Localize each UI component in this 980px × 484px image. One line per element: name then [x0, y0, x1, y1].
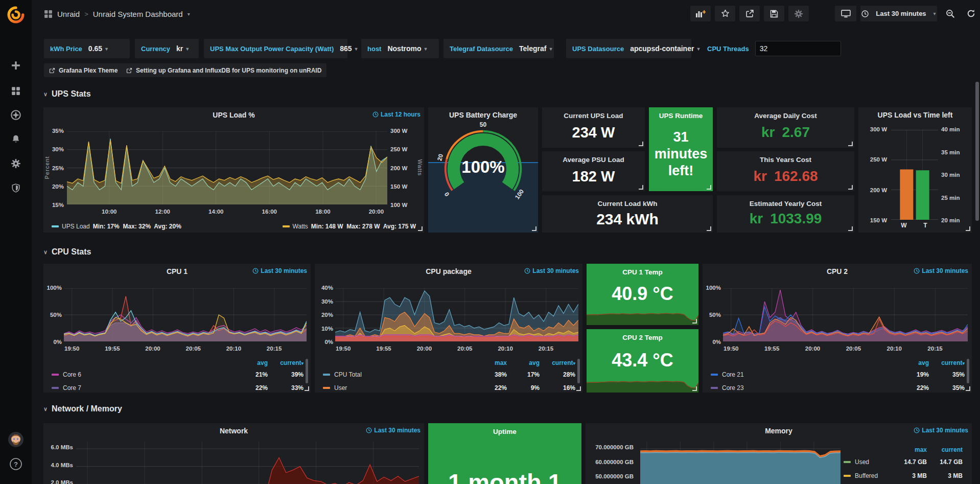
legend-value: 28% [540, 371, 575, 378]
legend-value: 33% [268, 384, 304, 391]
sidebar-item-explore[interactable] [0, 105, 32, 125]
variable-host[interactable]: host Nostromo▾ [361, 39, 439, 58]
legend-value: 17% [507, 371, 540, 378]
legend-header-current[interactable]: current▾ [540, 359, 575, 366]
variable-value[interactable]: 865▾ [340, 44, 357, 53]
variable-value[interactable]: Nostromo▾ [387, 44, 427, 53]
tick-label: 25 min [941, 195, 970, 201]
zoom-out-button[interactable] [941, 6, 960, 21]
user-avatar[interactable] [0, 429, 32, 450]
share-dashboard-button[interactable] [739, 6, 760, 21]
breadcrumb-root[interactable]: Unraid [57, 10, 80, 18]
stat-title[interactable]: Average Daily Cost [717, 112, 854, 120]
stat-title[interactable]: CPU 1 Temp [587, 268, 698, 276]
panel-time-info[interactable]: Last 12 hours [372, 111, 421, 118]
legend-header-avg[interactable]: avg [896, 359, 929, 366]
svg-text:0: 0 [443, 191, 451, 198]
legend-row: Core 21 19% 35% [711, 368, 965, 381]
sidebar-item-dashboards[interactable] [0, 81, 32, 101]
variable-kwh-price[interactable]: kWh Price 0.65▾ [44, 39, 130, 58]
breadcrumb[interactable]: Unraid > Unraid System Dashboard ▾ [44, 7, 190, 21]
star-dashboard-button[interactable] [715, 6, 735, 21]
stat-title[interactable]: Estimated Yearly Cost [717, 200, 854, 208]
tick-label: 40 min [941, 126, 970, 132]
legend-header-avg[interactable]: avg [235, 359, 268, 366]
panel-time-info[interactable]: Last 30 minutes [366, 427, 421, 434]
add-panel-button[interactable] [690, 6, 711, 21]
panel-current-ups-load: Current UPS Load 234 W [542, 107, 645, 148]
variable-value[interactable]: 0.65▾ [88, 44, 108, 53]
stat-value: kr162.68 [717, 168, 854, 185]
variable-ups-datasource[interactable]: UPS Datasource apcupsd-container▾ [566, 39, 691, 58]
panel-time-info[interactable]: Last 30 minutes [914, 427, 968, 434]
section-cpu-stats[interactable]: ∨CPU Stats [43, 246, 91, 258]
legend-row: Core 7 22% 33% [52, 381, 304, 395]
panel-cpu1: CPU 1 Last 30 minutes 100%50%0% 19:5019:… [43, 264, 311, 393]
stat-title[interactable]: This Years Cost [717, 156, 854, 164]
page-scrollbar[interactable] [975, 82, 979, 221]
breadcrumb-separator: > [84, 10, 88, 18]
panel-time-info[interactable]: Last 30 minutes [252, 267, 307, 274]
legend-scrollbar[interactable] [577, 359, 580, 383]
legend-value: 22% [235, 384, 268, 391]
breadcrumb-current[interactable]: Unraid System Dashboard [93, 10, 183, 18]
legend-header-max[interactable]: max [474, 359, 507, 366]
refresh-button[interactable] [962, 6, 980, 21]
sidebar-item-alerting[interactable] [0, 129, 32, 149]
legend-value: 9% [507, 384, 540, 391]
panel-time-info[interactable]: Last 30 minutes [914, 267, 968, 274]
legend-scrollbar[interactable] [967, 359, 969, 383]
sidebar-item-create[interactable] [0, 55, 32, 76]
time-range-picker[interactable]: Last 30 minutes ▾ [860, 6, 937, 21]
cpu-threads-input[interactable]: 32 [755, 41, 841, 56]
stat-title[interactable]: Current UPS Load [542, 112, 645, 120]
cpu2-temp-sparkline [587, 377, 698, 393]
sidebar-item-help[interactable]: ? [0, 454, 32, 474]
dashboard-grid-icon [44, 10, 53, 18]
cycle-view-mode-button[interactable] [835, 6, 856, 21]
legend-header-current[interactable]: current [927, 446, 963, 453]
tick-label: 70.000000 GB [595, 444, 634, 450]
link-ups-monitoring-guide[interactable]: Setting up Grafana and InfluxDB for UPS … [121, 63, 326, 77]
variable-value[interactable]: apcupsd-container▾ [630, 44, 699, 53]
legend-header-current[interactable]: current▾ [268, 359, 304, 366]
legend-header-current[interactable]: current▾ [929, 359, 965, 366]
tick-label: 20:10 [886, 345, 901, 352]
stat-title[interactable]: Uptime [428, 428, 581, 435]
legend-name[interactable]: UPS Load [62, 223, 90, 230]
sort-caret-icon: ▾ [573, 361, 575, 366]
legend-scrollbar[interactable] [306, 359, 308, 383]
clock-icon [861, 10, 869, 17]
save-dashboard-button[interactable] [764, 6, 784, 21]
variable-value[interactable]: Telegraf▾ [519, 44, 552, 53]
grafana-logo[interactable] [0, 4, 32, 26]
svg-text:50: 50 [480, 121, 487, 128]
stat-title[interactable]: Average PSU Load [542, 156, 645, 164]
external-link-icon [126, 67, 132, 74]
stat-value: kr2.67 [717, 124, 854, 141]
tick-label: 200 W [390, 165, 413, 171]
stat-title[interactable]: Current Load kWh [542, 200, 713, 208]
variable-currency[interactable]: Currency kr▾ [135, 39, 199, 58]
panel-title[interactable]: UPS Load % [43, 111, 424, 119]
stat-title[interactable]: UPS Runtime [649, 112, 713, 120]
panel-title[interactable]: UPS Load vs Time left [858, 111, 972, 119]
tick-label: 19:50 [64, 345, 79, 352]
legend-header-avg[interactable]: avg [507, 359, 540, 366]
link-grafana-plex-theme[interactable]: Grafana Plex Theme [44, 63, 123, 77]
stat-title[interactable]: CPU 2 Temp [587, 334, 698, 341]
sidebar-item-server-admin[interactable] [0, 178, 32, 198]
legend-name[interactable]: Watts [293, 223, 308, 230]
dashboards-grid-icon [11, 86, 20, 96]
variable-value[interactable]: kr▾ [176, 44, 189, 53]
variable-ups-max-output[interactable]: UPS Max Output Power Capacity (Watt) 865… [204, 39, 347, 58]
variable-telegraf-datasource[interactable]: Telegraf Datasource Telegraf▾ [444, 39, 554, 58]
panel-time-info[interactable]: Last 30 minutes [524, 267, 579, 274]
section-network-memory[interactable]: ∨Network / Memory [43, 403, 122, 414]
panel-title[interactable]: UPS Battery Charge [428, 111, 538, 119]
sidebar-item-configuration[interactable] [0, 153, 32, 174]
legend-header-max[interactable]: max [894, 446, 927, 453]
legend-swatch [52, 225, 59, 227]
section-ups-stats[interactable]: ∨UPS Stats [43, 88, 91, 100]
legend-value: 35% [929, 384, 965, 391]
